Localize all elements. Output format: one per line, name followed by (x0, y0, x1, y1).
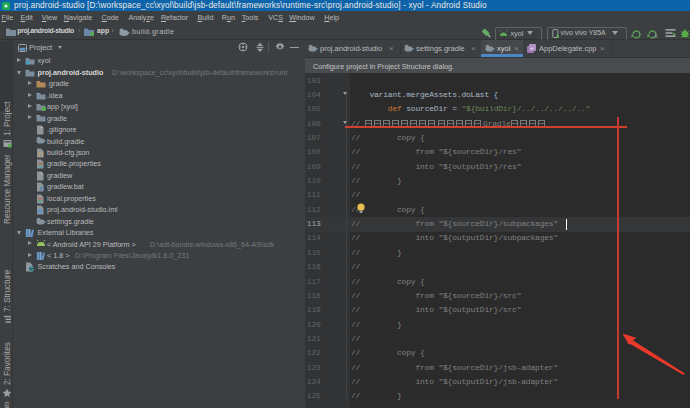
svg-text:A: A (654, 33, 658, 39)
svg-text:+: + (530, 45, 533, 51)
svg-text:{}: {} (37, 151, 44, 158)
